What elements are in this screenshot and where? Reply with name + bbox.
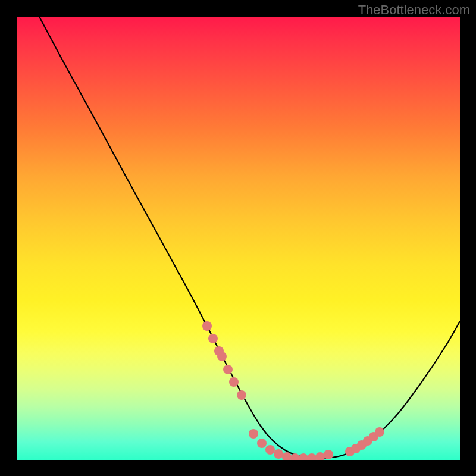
highlight-dot — [257, 439, 267, 448]
highlight-dot — [315, 452, 325, 460]
highlight-dot — [265, 445, 275, 455]
watermark-text: TheBottleneck.com — [358, 2, 470, 18]
highlight-dot — [229, 377, 239, 387]
highlight-dot — [217, 352, 227, 361]
highlight-dot — [202, 321, 212, 331]
highlight-dot — [307, 453, 317, 460]
highlight-dot — [249, 429, 258, 439]
highlight-dot — [274, 449, 283, 459]
highlight-dot — [208, 334, 218, 343]
highlight-dots-right — [345, 427, 384, 456]
highlight-dot — [375, 427, 384, 437]
chart-gradient-background — [17, 17, 460, 460]
highlight-dot — [299, 453, 308, 460]
highlight-dot — [324, 450, 333, 459]
highlight-dot — [223, 365, 233, 374]
highlight-dot — [237, 390, 246, 400]
highlight-dot — [290, 453, 300, 460]
bottleneck-curve-svg — [17, 17, 460, 460]
highlight-dots-bottom — [249, 429, 333, 460]
bottleneck-curve-line — [39, 17, 460, 459]
